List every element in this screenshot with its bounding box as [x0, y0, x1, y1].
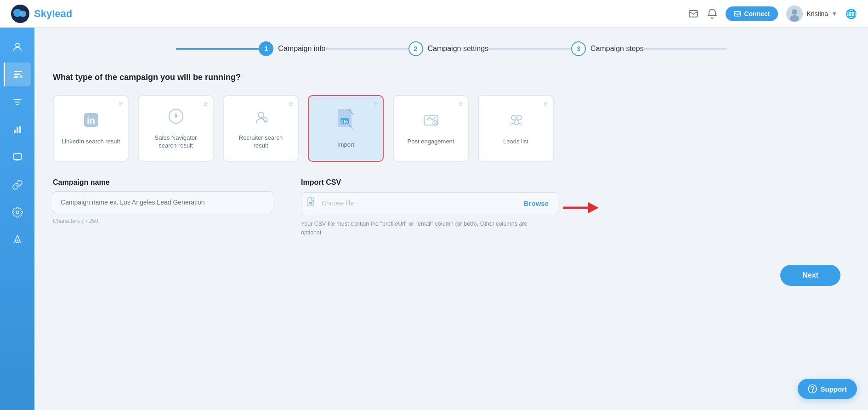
card-linkedin-label: LinkedIn search result: [62, 138, 120, 146]
main-content: 1 Campaign info 2 Campaign settings 3 Ca…: [34, 28, 868, 410]
step-1-label: Campaign info: [278, 45, 325, 53]
connect-label: Connect: [744, 10, 770, 17]
char-count: Characters 0 / 250: [53, 218, 273, 224]
svg-point-22: [175, 115, 177, 118]
card-recruiter-label: Recruiter search result: [231, 134, 290, 150]
next-button-row: Next: [53, 265, 850, 286]
connect-button[interactable]: Connect: [726, 6, 778, 21]
sidebar-item-links[interactable]: [6, 173, 29, 197]
svg-text:CSV: CSV: [309, 203, 313, 205]
linkedin-icon: in: [82, 111, 100, 132]
import-csv-section: Import CSV CSV Choose file Browse Your C…: [301, 178, 558, 237]
sidebar-item-filter[interactable]: [6, 90, 29, 114]
svg-rect-13: [14, 130, 16, 133]
topnav: Skylead Connect Kristina ▼ 🌐: [0, 0, 868, 28]
file-placeholder: Choose file: [322, 199, 515, 207]
sales-nav-icon: [167, 108, 185, 129]
ext-icon-sales-nav: ⧉: [204, 101, 208, 108]
step-line-4: [644, 48, 726, 50]
svg-rect-11: [14, 76, 18, 78]
step-line-1: [176, 48, 259, 50]
step-line-2: [326, 48, 408, 50]
sidebar-item-launch[interactable]: [6, 228, 29, 252]
sidebar-item-messages[interactable]: [6, 145, 29, 169]
avatar: [786, 6, 803, 22]
card-post-engagement[interactable]: ⧉ Post engagement: [393, 95, 469, 162]
card-sales-nav-label: Sales Navigator search result: [146, 134, 205, 150]
ext-icon-recruiter: ⧉: [289, 101, 293, 108]
step-line-3: [488, 48, 571, 50]
svg-point-31: [517, 115, 522, 120]
svg-rect-15: [19, 126, 21, 133]
recruiter-icon: [252, 108, 270, 129]
svg-rect-4: [734, 11, 741, 16]
file-icon: CSV: [301, 197, 322, 210]
card-post-engagement-label: Post engagement: [408, 138, 454, 146]
svg-text:CSV: CSV: [340, 120, 348, 124]
leads-list-icon: [507, 111, 525, 132]
sidebar-item-campaigns[interactable]: [4, 63, 31, 86]
ext-icon-import: ⧉: [374, 101, 378, 108]
ext-icon-leads: ⧉: [544, 101, 548, 108]
card-leads-list[interactable]: ⧉ Leads list: [478, 95, 554, 162]
svg-point-37: [812, 391, 813, 392]
file-input-row: CSV Choose file Browse: [301, 192, 558, 214]
svg-point-6: [792, 9, 797, 15]
svg-point-32: [514, 120, 519, 125]
campaign-name-section: Campaign name Characters 0 / 250: [53, 178, 273, 224]
dropdown-icon: ▼: [832, 11, 837, 17]
red-arrow-indicator: [563, 200, 600, 215]
mail-button[interactable]: [688, 8, 699, 19]
card-sales-nav[interactable]: ⧉ Sales Navigator search result: [138, 95, 214, 162]
user-area[interactable]: Kristina ▼: [786, 6, 837, 22]
user-name: Kristina: [806, 10, 828, 17]
svg-rect-10: [14, 74, 20, 75]
step-1: 1 Campaign info: [259, 41, 325, 56]
svg-point-7: [790, 15, 799, 22]
step-2-circle: 2: [408, 41, 423, 56]
sidebar: [0, 28, 34, 410]
support-label: Support: [821, 385, 847, 393]
svg-point-17: [16, 211, 19, 214]
step-1-circle: 1: [259, 41, 273, 56]
campaign-name-input[interactable]: [53, 191, 273, 213]
csv-hint: Your CSV file must contain the "profileU…: [301, 220, 549, 237]
post-engagement-icon: [422, 111, 440, 132]
svg-rect-9: [14, 71, 22, 72]
svg-rect-14: [17, 127, 18, 133]
svg-point-30: [511, 115, 516, 120]
svg-point-2: [20, 11, 26, 17]
svg-point-18: [17, 239, 18, 241]
card-linkedin[interactable]: ⧉ in LinkedIn search result: [53, 95, 129, 162]
sidebar-item-settings[interactable]: [6, 200, 29, 224]
card-recruiter[interactable]: ⧉ Recruiter search result: [223, 95, 299, 162]
logo-area[interactable]: Skylead: [11, 5, 72, 23]
ext-icon-post: ⧉: [459, 101, 463, 108]
step-3: 3 Campaign steps: [571, 41, 644, 56]
campaign-type-question: What type of the campaign you will be ru…: [53, 73, 850, 82]
step-3-circle: 3: [571, 41, 586, 56]
card-leads-list-label: Leads list: [503, 138, 528, 146]
campaign-name-label: Campaign name: [53, 178, 273, 187]
next-button[interactable]: Next: [780, 265, 840, 286]
svg-point-29: [433, 120, 437, 125]
sidebar-item-contacts[interactable]: [6, 35, 29, 59]
card-import-label: Import: [337, 141, 354, 149]
bell-button[interactable]: [707, 8, 717, 19]
support-button[interactable]: Support: [798, 379, 857, 399]
step-2: 2 Campaign settings: [408, 41, 489, 56]
browse-button[interactable]: Browse: [515, 193, 558, 214]
step-2-label: Campaign settings: [428, 45, 489, 53]
nav-right: Connect Kristina ▼ 🌐: [688, 6, 857, 22]
ext-icon-linkedin: ⧉: [119, 101, 123, 108]
svg-text:in: in: [87, 115, 95, 125]
step-3-label: Campaign steps: [590, 45, 644, 53]
svg-point-23: [258, 112, 264, 118]
sidebar-item-analytics[interactable]: [6, 118, 29, 142]
globe-icon: 🌐: [845, 8, 857, 19]
bottom-section: Campaign name Characters 0 / 250 Import …: [53, 178, 850, 237]
campaign-type-cards: ⧉ in LinkedIn search result ⧉ Sales Navi…: [53, 95, 850, 162]
logo-text: Skylead: [34, 8, 72, 20]
logo-icon: [11, 5, 29, 23]
card-import[interactable]: ⧉ CSV Import: [308, 95, 384, 162]
